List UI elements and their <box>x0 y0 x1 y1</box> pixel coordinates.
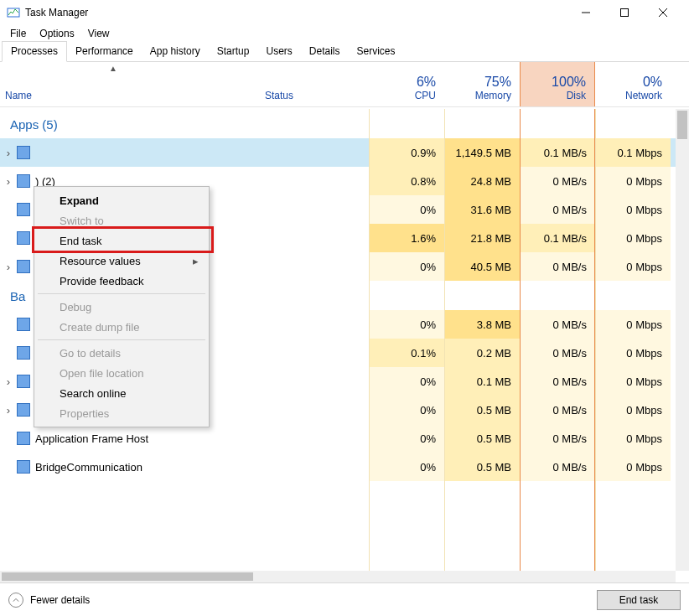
process-status <box>260 453 369 481</box>
ctx-expand[interactable]: Expand <box>36 190 207 210</box>
ctx-debug: Debug <box>36 297 207 317</box>
process-icon <box>17 203 30 216</box>
process-status <box>260 424 369 453</box>
tab-app-history[interactable]: App history <box>142 42 209 61</box>
disk-value: 0 MB/s <box>520 339 595 367</box>
mem-value: 21.8 MB <box>444 224 520 252</box>
cpu-value: 0% <box>369 453 444 481</box>
disk-value: 0 MB/s <box>520 396 595 424</box>
mem-value: 0.1 MB <box>444 367 520 396</box>
tab-processes[interactable]: Processes <box>2 41 67 62</box>
tab-services[interactable]: Services <box>349 42 404 61</box>
close-button[interactable] <box>644 0 682 25</box>
ctx-properties: Properties <box>36 403 207 423</box>
process-status <box>260 310 369 339</box>
tab-details[interactable]: Details <box>301 42 349 61</box>
process-status <box>260 339 369 367</box>
process-icon <box>17 318 30 331</box>
process-status <box>260 252 369 281</box>
scrollbar-thumb[interactable] <box>677 111 687 139</box>
net-value: 0 Mbps <box>595 195 671 224</box>
window-title: Task Manager <box>25 7 88 18</box>
mem-value: 24.8 MB <box>444 167 520 195</box>
net-value: 0 Mbps <box>595 252 671 281</box>
menu-file[interactable]: File <box>3 26 33 41</box>
cpu-value: 0% <box>369 252 444 281</box>
process-icon <box>17 146 30 159</box>
table-row[interactable]: BridgeCommunication0%0.5 MB0 MB/s0 Mbps <box>0 453 676 481</box>
mem-value: 0.5 MB <box>444 396 520 424</box>
cpu-value: 0.8% <box>369 167 444 195</box>
scrollbar-thumb[interactable] <box>2 572 253 581</box>
tab-performance[interactable]: Performance <box>67 42 142 61</box>
process-icon <box>17 460 30 474</box>
mem-value: 0.5 MB <box>444 424 520 453</box>
col-cpu[interactable]: 6% CPU <box>369 62 444 106</box>
expand-icon[interactable]: › <box>0 261 17 273</box>
disk-value: 0 MB/s <box>520 424 595 453</box>
mem-value: 31.6 MB <box>444 195 520 224</box>
expand-icon[interactable]: › <box>0 375 17 388</box>
vertical-scrollbar[interactable] <box>676 109 689 571</box>
tab-users[interactable]: Users <box>257 42 300 61</box>
process-icon <box>17 174 30 188</box>
process-status <box>260 367 369 396</box>
process-icon <box>17 231 30 245</box>
process-icon <box>17 403 30 417</box>
menu-options[interactable]: Options <box>33 26 80 41</box>
app-icon <box>7 6 20 19</box>
fewer-details-toggle[interactable]: Fewer details <box>8 593 90 608</box>
sort-indicator-icon: ▲ <box>109 64 117 73</box>
menu-bar: File Options View <box>0 25 689 42</box>
col-disk[interactable]: 100% Disk <box>520 62 595 106</box>
process-status <box>260 195 369 224</box>
process-status <box>260 224 369 252</box>
mem-value: 0.2 MB <box>444 339 520 367</box>
process-icon <box>17 346 30 360</box>
horizontal-scrollbar[interactable] <box>0 571 676 582</box>
ctx-create-dump: Create dump file <box>36 317 207 337</box>
process-icon <box>17 375 30 388</box>
table-row[interactable]: ›0.9%1,149.5 MB0.1 MB/s0.1 Mbps <box>0 138 676 167</box>
maximize-button[interactable] <box>605 0 644 25</box>
process-status <box>260 138 369 167</box>
ctx-search-online[interactable]: Search online <box>36 383 207 403</box>
col-network[interactable]: 0% Network <box>595 62 671 106</box>
col-status[interactable]: Status <box>260 62 369 106</box>
process-name: BridgeCommunication <box>35 461 142 474</box>
tab-startup[interactable]: Startup <box>209 42 258 61</box>
net-value: 0 Mbps <box>595 310 671 339</box>
mem-value: 3.8 MB <box>444 310 520 339</box>
net-value: 0 Mbps <box>595 167 671 195</box>
net-value: 0 Mbps <box>595 367 671 396</box>
net-value: 0.1 Mbps <box>595 138 671 167</box>
cpu-value: 0.1% <box>369 339 444 367</box>
process-icon <box>17 432 30 445</box>
disk-value: 0 MB/s <box>520 167 595 195</box>
cpu-value: 0% <box>369 310 444 339</box>
cpu-value: 0% <box>369 367 444 396</box>
minimize-button[interactable] <box>567 0 605 25</box>
title-bar: Task Manager <box>0 0 689 25</box>
context-menu: Expand Switch to End task Resource value… <box>34 186 210 427</box>
table-row[interactable]: Application Frame Host0%0.5 MB0 MB/s0 Mb… <box>0 424 676 453</box>
net-value: 0 Mbps <box>595 453 671 481</box>
expand-icon[interactable]: › <box>0 404 17 417</box>
disk-value: 0 MB/s <box>520 367 595 396</box>
col-name[interactable]: Name <box>0 62 260 106</box>
mem-value: 1,149.5 MB <box>444 138 520 167</box>
menu-view[interactable]: View <box>81 26 117 41</box>
expand-icon[interactable]: › <box>0 175 17 188</box>
expand-icon[interactable]: › <box>0 147 17 159</box>
chevron-right-icon: ▸ <box>193 255 199 267</box>
svg-rect-2 <box>621 9 629 17</box>
ctx-end-task[interactable]: End task <box>36 230 207 251</box>
cpu-value: 0.9% <box>369 138 444 167</box>
process-name: Application Frame Host <box>35 432 148 445</box>
group-apps[interactable]: Apps (5) <box>0 109 676 138</box>
ctx-resource-values[interactable]: Resource values ▸ <box>36 251 207 271</box>
col-memory[interactable]: 75% Memory <box>444 62 520 106</box>
ctx-provide-feedback[interactable]: Provide feedback <box>36 271 207 291</box>
end-task-button[interactable]: End task <box>597 590 681 610</box>
tab-strip: Processes Performance App history Startu… <box>0 42 689 62</box>
